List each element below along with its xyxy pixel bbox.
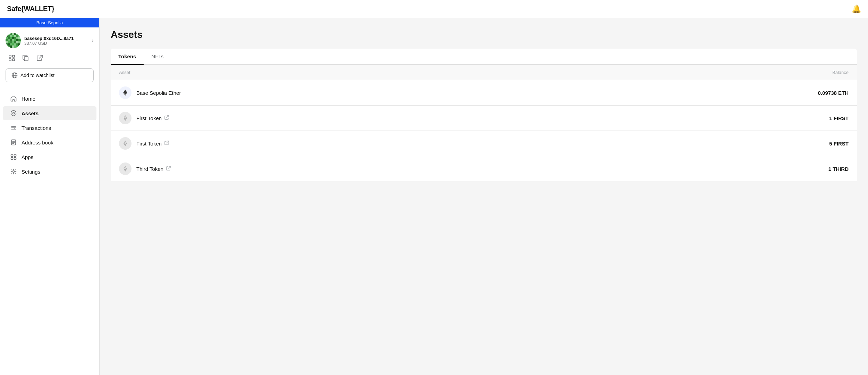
expand-chevron-icon[interactable]: › — [92, 38, 94, 44]
sidebar-item-home[interactable]: Home — [3, 92, 96, 106]
sidebar-item-address-book-label: Address book — [22, 140, 53, 145]
svg-rect-63 — [11, 158, 13, 160]
account-balance: 337.07 USD — [24, 41, 88, 46]
sidebar-nav: Home Assets — [0, 88, 99, 375]
copy-button[interactable] — [19, 52, 32, 64]
notification-bell-icon[interactable]: 🔔 — [852, 5, 861, 14]
tab-tokens[interactable]: Tokens — [111, 49, 144, 65]
asset-name: First Token — [136, 141, 162, 147]
svg-rect-1 — [6, 33, 8, 35]
apps-icon — [10, 154, 17, 160]
svg-rect-50 — [9, 55, 11, 57]
asset-name-row: First Token — [136, 141, 169, 147]
assets-icon — [10, 110, 17, 116]
svg-rect-10 — [10, 35, 12, 37]
svg-rect-41 — [16, 43, 18, 45]
svg-rect-46 — [12, 45, 14, 48]
svg-rect-5 — [14, 33, 16, 35]
svg-rect-38 — [10, 43, 12, 45]
asset-name: First Token — [136, 115, 162, 121]
main-content: Assets Tokens NFTs Asset Balance — [100, 18, 868, 375]
svg-rect-15 — [6, 37, 8, 39]
grid-view-button[interactable] — [6, 52, 18, 64]
token-icon — [119, 162, 131, 175]
table-row[interactable]: Base Sepolia Ether 0.09738 ETH — [111, 80, 857, 106]
table-row[interactable]: First Token 5 FIRST — [111, 131, 857, 156]
svg-rect-18 — [12, 37, 14, 39]
app-logo: Safe{WALLET} — [7, 5, 54, 13]
svg-rect-51 — [12, 55, 15, 57]
asset-cell: First Token — [119, 137, 169, 150]
svg-rect-62 — [14, 155, 16, 157]
svg-rect-47 — [14, 45, 16, 48]
svg-rect-6 — [16, 33, 18, 35]
address-book-icon — [10, 139, 17, 145]
balance-value: 1 FIRST — [829, 115, 849, 121]
sidebar-item-apps-label: Apps — [22, 154, 33, 160]
svg-rect-31 — [10, 41, 12, 43]
sidebar-item-address-book[interactable]: Address book — [3, 135, 96, 149]
asset-cell: Third Token — [119, 162, 171, 175]
sidebar-item-assets[interactable]: Assets — [3, 106, 96, 120]
svg-rect-4 — [12, 33, 14, 35]
svg-point-65 — [13, 171, 15, 173]
svg-rect-26 — [14, 39, 16, 41]
svg-rect-27 — [16, 39, 18, 41]
svg-rect-9 — [8, 35, 10, 37]
svg-rect-33 — [14, 41, 16, 43]
eth-icon — [119, 86, 131, 99]
sidebar-item-home-label: Home — [22, 96, 35, 102]
svg-rect-30 — [8, 41, 10, 43]
svg-rect-37 — [8, 43, 10, 45]
sidebar-item-transactions[interactable]: Transactions — [3, 121, 96, 135]
svg-rect-44 — [8, 45, 10, 48]
svg-rect-8 — [6, 35, 8, 37]
page-title: Assets — [111, 29, 857, 40]
asset-cell: First Token — [119, 112, 169, 124]
home-icon — [10, 95, 17, 102]
asset-name: Third Token — [136, 166, 163, 172]
balance-value: 1 THIRD — [828, 166, 849, 172]
svg-rect-22 — [6, 39, 8, 41]
account-address: basesep:0xd16D...8a71 — [24, 36, 88, 41]
sidebar-item-transactions-label: Transactions — [22, 125, 51, 131]
svg-rect-40 — [14, 43, 16, 45]
add-to-watchlist-button[interactable]: Add to watchlist — [6, 68, 94, 82]
svg-rect-17 — [10, 37, 12, 39]
assets-table: Asset Balance Base Sepolia Ether — [111, 65, 857, 181]
svg-point-59 — [13, 112, 15, 114]
table-row[interactable]: First Token 1 FIRST — [111, 106, 857, 131]
sidebar-item-settings[interactable]: Settings — [3, 165, 96, 178]
external-link-button[interactable] — [33, 52, 46, 64]
external-link-icon[interactable] — [164, 115, 169, 121]
header-balance: Balance — [832, 70, 849, 75]
sidebar-item-apps[interactable]: Apps — [3, 150, 96, 164]
svg-rect-16 — [8, 37, 10, 39]
network-banner[interactable]: Base Sepolia — [0, 18, 99, 27]
svg-rect-28 — [18, 39, 21, 41]
svg-rect-61 — [11, 155, 13, 157]
svg-rect-13 — [16, 35, 18, 37]
tab-nfts[interactable]: NFTs — [144, 49, 171, 65]
balance-value: 5 FIRST — [829, 141, 849, 147]
svg-rect-43 — [6, 45, 8, 48]
svg-rect-42 — [18, 43, 21, 45]
account-section: basesep:0xd16D...8a71 337.07 USD › — [0, 27, 99, 88]
svg-rect-12 — [14, 35, 16, 37]
svg-rect-25 — [12, 39, 14, 41]
account-row: basesep:0xd16D...8a71 337.07 USD › — [6, 33, 94, 48]
external-link-icon[interactable] — [164, 141, 169, 146]
watchlist-label: Add to watchlist — [20, 73, 54, 78]
svg-rect-34 — [16, 41, 18, 43]
asset-name-row: Third Token — [136, 166, 171, 172]
asset-name-row: First Token — [136, 115, 169, 121]
sidebar: Base Sepolia — [0, 18, 100, 375]
balance-value: 0.09738 ETH — [818, 90, 849, 96]
table-row[interactable]: Third Token 1 THIRD — [111, 156, 857, 181]
svg-rect-54 — [24, 57, 28, 61]
svg-rect-24 — [10, 39, 12, 41]
svg-rect-36 — [6, 43, 8, 45]
svg-rect-20 — [16, 37, 18, 39]
topbar: Safe{WALLET} 🔔 — [0, 0, 868, 18]
external-link-icon[interactable] — [166, 166, 171, 172]
